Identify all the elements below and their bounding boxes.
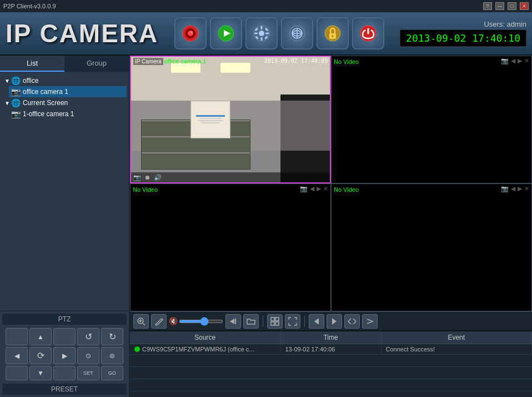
tree-screen-icon: 🌐 <box>11 98 21 107</box>
cell-2-icons: 📷 ◀ ▶ ✕ <box>501 57 529 64</box>
event-log-header: Source Time Event <box>130 331 532 344</box>
grid-view-button[interactable] <box>267 314 283 329</box>
ptz-iris-open-button[interactable]: ⊚ <box>101 347 123 364</box>
cell-3-icons: 📷 ◀ ▶ ✕ <box>300 185 328 192</box>
svg-line-39 <box>353 321 356 324</box>
camera-button[interactable] <box>174 17 207 49</box>
bottom-toolbar: 🔇 <box>130 311 532 330</box>
toolbar-separator-2 <box>304 316 305 327</box>
cell-4-icon-1: 📷 <box>501 185 509 192</box>
cell-4-icons: 📷 ◀ ▶ ✕ <box>501 185 529 192</box>
next-page-button[interactable] <box>327 314 342 329</box>
cell-1-ctrl-rec[interactable]: ⏺ <box>144 174 150 181</box>
lock-button[interactable] <box>317 17 349 49</box>
cell-2-icon-3: ▶ <box>518 57 522 64</box>
minimize-button[interactable]: — <box>495 2 504 10</box>
tab-group[interactable]: Group <box>64 56 129 72</box>
video-cell-3[interactable]: No Video 📷 ◀ ▶ ✕ <box>130 183 331 311</box>
power-button[interactable] <box>352 17 384 49</box>
svg-point-22 <box>332 35 334 37</box>
sidebar-tabs: List Group <box>0 56 129 72</box>
no-video-label-2: No Video <box>334 58 359 65</box>
cell-2-close-icon[interactable]: ✕ <box>524 57 529 64</box>
log-row-0[interactable]: C9WS9C5P1MFZVMPWMR6J (office c... 13-09-… <box>130 344 532 355</box>
cell-4-close-icon[interactable]: ✕ <box>524 185 529 192</box>
ptz-empty-1 <box>6 328 28 345</box>
ptz-section: PTZ ▲ ↺ ↻ ◀ ⟳ ▶ ⊙ ⊚ ▼ SET GO <box>0 311 129 397</box>
tree-collapse-icon: ▼ <box>4 78 10 84</box>
maximize-button[interactable]: □ <box>508 2 516 10</box>
expand-button[interactable] <box>344 314 360 329</box>
video-cell-2[interactable]: No Video 📷 ◀ ▶ ✕ <box>331 56 532 183</box>
cam-title: office camera 1 <box>164 58 206 64</box>
tree-item-office-camera-1[interactable]: 📷 office camera 1 <box>9 86 127 97</box>
camera-feed <box>131 57 330 182</box>
ptz-empty-4 <box>53 366 76 380</box>
folder-button[interactable] <box>243 314 259 329</box>
cell-4-icon-2: ◀ <box>511 185 515 192</box>
cell-3-icon-2: ◀ <box>310 185 314 192</box>
svg-line-25 <box>143 323 145 325</box>
ptz-rotate-ccw-button[interactable]: ↺ <box>77 328 99 345</box>
svg-rect-9 <box>260 37 262 41</box>
ptz-rotate-cw-button[interactable]: ↻ <box>101 328 123 345</box>
video-grid: IP Camera office camera 1 2013-09-02 17:… <box>130 56 532 311</box>
cam-light-1 <box>171 63 201 73</box>
zoom-button[interactable] <box>133 314 149 329</box>
header: IP CAMERA <box>0 12 532 56</box>
pencil-button[interactable] <box>151 314 167 329</box>
svg-rect-10 <box>254 33 258 34</box>
title-bar: P2P Client-v3.0.0.9 ? — □ ✕ <box>0 0 532 12</box>
ptz-right-button[interactable]: ▶ <box>53 347 76 364</box>
ptz-down-button[interactable]: ▼ <box>29 366 52 380</box>
volume-slider[interactable] <box>179 320 223 323</box>
log-row-2 <box>130 367 532 379</box>
tree-item-1-office-camera-1[interactable]: 📷 1-office camera 1 <box>9 108 127 120</box>
video-cell-4[interactable]: No Video 📷 ◀ ▶ ✕ <box>331 183 532 311</box>
tree-item-current-screen[interactable]: ▼ 🌐 Current Screen <box>2 97 127 108</box>
network-button[interactable] <box>281 17 313 49</box>
ptz-center-button[interactable]: ⟳ <box>29 347 52 364</box>
cam-timestamp: 2013-09-02 17:40:09 <box>264 58 328 64</box>
fullscreen-button[interactable] <box>285 314 300 329</box>
svg-point-2 <box>188 31 193 36</box>
cell-4-icon-3: ▶ <box>518 185 522 192</box>
help-button[interactable]: ? <box>483 2 492 10</box>
tree-camera-icon-1: 📷 <box>11 87 21 96</box>
app-title: IP CAMERA <box>6 18 158 48</box>
no-video-label-3: No Video <box>133 186 158 193</box>
log-col-event: Event <box>382 331 533 344</box>
settings-button[interactable] <box>245 17 278 49</box>
ptz-up-button[interactable]: ▲ <box>29 328 52 345</box>
svg-marker-28 <box>230 319 234 324</box>
cell-1-ctrl-snap[interactable]: 📷 <box>133 174 141 181</box>
prev-page-button[interactable] <box>309 314 324 329</box>
log-source-0: C9WS9C5P1MFZVMPWMR6J (office c... <box>130 344 281 354</box>
cell-3-close-icon[interactable]: ✕ <box>323 185 328 192</box>
volume-control: 🔇 <box>169 317 223 325</box>
stream-button[interactable] <box>225 314 241 329</box>
ptz-left-button[interactable]: ◀ <box>6 347 28 364</box>
tree-office-label: office <box>23 77 38 85</box>
video-area: IP Camera office camera 1 2013-09-02 17:… <box>130 56 532 397</box>
svg-marker-34 <box>314 318 319 325</box>
video-cell-1[interactable]: IP Camera office camera 1 2013-09-02 17:… <box>130 56 331 183</box>
app-version: P2P Client-v3.0.0.9 <box>3 3 56 9</box>
play-button[interactable] <box>210 17 242 49</box>
window-controls: ? — □ ✕ <box>483 2 529 10</box>
close-button[interactable]: ✕ <box>520 2 529 10</box>
log-event-0: Connect Success! <box>382 344 533 354</box>
svg-rect-8 <box>260 26 262 29</box>
svg-line-36 <box>348 319 351 321</box>
sidebar: List Group ▼ 🌐 office 📷 office camera 1 … <box>0 56 130 397</box>
tab-list[interactable]: List <box>0 56 64 72</box>
tree-item-office[interactable]: ▼ 🌐 office <box>2 75 127 86</box>
log-col-time: Time <box>281 331 382 344</box>
ptz-preset-go-button[interactable]: GO <box>101 366 123 380</box>
more-button[interactable] <box>362 314 378 329</box>
toolbar <box>174 17 384 49</box>
ptz-preset-set-button[interactable]: SET <box>77 366 99 380</box>
ptz-iris-close-button[interactable]: ⊙ <box>77 347 99 364</box>
cell-1-ctrl-sound[interactable]: 🔊 <box>154 174 162 181</box>
main-area: List Group ▼ 🌐 office 📷 office camera 1 … <box>0 56 532 397</box>
